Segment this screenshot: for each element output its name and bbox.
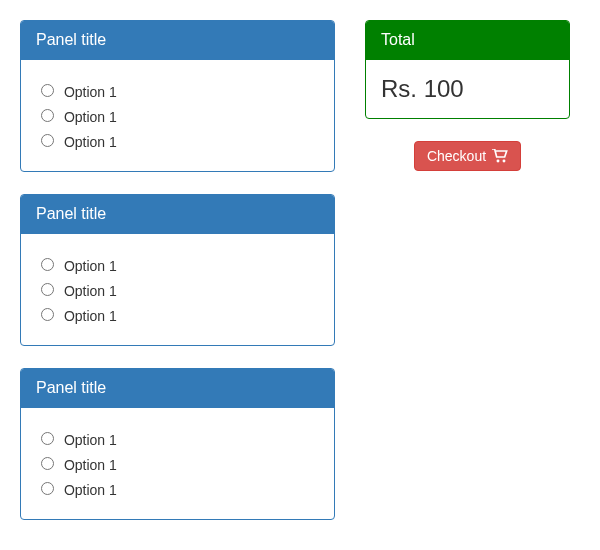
option-panel-1: Panel title Option 1 Option 1 Option 1 (20, 20, 335, 172)
radio-label: Option 1 (64, 258, 117, 274)
svg-point-0 (497, 160, 500, 163)
cart-icon (492, 149, 508, 163)
checkout-button[interactable]: Checkout (414, 141, 521, 171)
panel-body: Option 1 Option 1 Option 1 (21, 408, 334, 519)
radio-label: Option 1 (64, 109, 117, 125)
total-title: Total (366, 21, 569, 60)
radio-label: Option 1 (64, 134, 117, 150)
radio-option[interactable]: Option 1 (36, 479, 319, 498)
radio-input[interactable] (41, 134, 54, 147)
radio-input[interactable] (41, 308, 54, 321)
radio-option[interactable]: Option 1 (36, 131, 319, 150)
panel-title: Panel title (21, 21, 334, 60)
radio-input[interactable] (41, 109, 54, 122)
panel-title: Panel title (21, 369, 334, 408)
checkout-label: Checkout (427, 148, 486, 164)
total-panel: Total Rs. 100 (365, 20, 570, 119)
option-panel-2: Panel title Option 1 Option 1 Option 1 (20, 194, 335, 346)
radio-label: Option 1 (64, 283, 117, 299)
panel-body: Option 1 Option 1 Option 1 (21, 60, 334, 171)
radio-option[interactable]: Option 1 (36, 81, 319, 100)
option-panel-3: Panel title Option 1 Option 1 Option 1 (20, 368, 335, 520)
radio-option[interactable]: Option 1 (36, 255, 319, 274)
radio-input[interactable] (41, 84, 54, 97)
panel-body: Option 1 Option 1 Option 1 (21, 234, 334, 345)
total-body: Rs. 100 (366, 60, 569, 118)
radio-input[interactable] (41, 258, 54, 271)
svg-point-1 (503, 160, 506, 163)
radio-option[interactable]: Option 1 (36, 305, 319, 324)
radio-label: Option 1 (64, 308, 117, 324)
radio-label: Option 1 (64, 432, 117, 448)
radio-option[interactable]: Option 1 (36, 454, 319, 473)
radio-label: Option 1 (64, 457, 117, 473)
total-amount: Rs. 100 (381, 75, 464, 102)
radio-label: Option 1 (64, 482, 117, 498)
radio-input[interactable] (41, 457, 54, 470)
radio-label: Option 1 (64, 84, 117, 100)
radio-option[interactable]: Option 1 (36, 106, 319, 125)
panel-title: Panel title (21, 195, 334, 234)
radio-option[interactable]: Option 1 (36, 280, 319, 299)
radio-option[interactable]: Option 1 (36, 429, 319, 448)
radio-input[interactable] (41, 283, 54, 296)
radio-input[interactable] (41, 482, 54, 495)
radio-input[interactable] (41, 432, 54, 445)
